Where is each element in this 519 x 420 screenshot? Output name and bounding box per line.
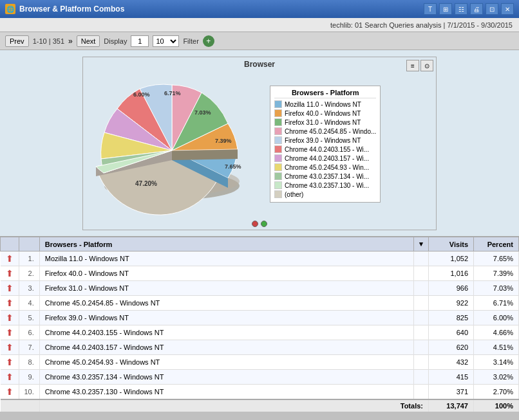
row-icon: ⬆ [1,355,19,370]
chart-inner: 47.20% 7.65% 7.39% 7.03% 6.71% 6.00% Bro… [83,70,436,218]
nav-chevrons: » [68,37,73,46]
chart-title: Browser [83,57,436,70]
row-visits: 1,016 [429,266,474,281]
row-icon: ⬆ [1,281,19,296]
row-percent: 6.00% [474,311,519,325]
row-icon: ⬆ [1,385,19,400]
up-arrow-icon: ⬆ [6,283,14,293]
svg-text:7.03%: 7.03% [194,109,211,116]
row-percent: 2.70% [474,385,519,400]
totals-visits: 13,747 [429,399,474,412]
row-visits: 1,052 [429,251,474,266]
window-title: Browser & Platform Combos [19,5,124,14]
row-number: 10. [19,385,39,400]
up-arrow-icon: ⬆ [6,268,14,278]
row-visits: 620 [429,340,474,355]
row-icon: ⬆ [1,340,19,355]
chart-section: Browser ≡ ⊙ [0,50,519,237]
row-visits: 640 [429,325,474,340]
row-percent: 3.14% [474,355,519,370]
row-percent: 3.02% [474,370,519,385]
window-btn2[interactable]: ⊡ [486,3,498,15]
row-percent: 4.66% [474,325,519,340]
table-row: ⬆ 2. Firefox 40.0 - Windows NT 1,016 7.3… [1,266,519,281]
row-number: 7. [19,340,39,355]
row-visits: 825 [429,311,474,325]
row-name: Chrome 44.0.2403.155 - Windows NT [39,325,413,340]
svg-text:6.71%: 6.71% [164,90,181,96]
filter-label: Filter [183,37,198,45]
legend-item-8: Chrome 45.0.2454.93 - Win... [274,163,376,171]
svg-text:7.39%: 7.39% [215,138,232,144]
col-visits-header: Visits [429,237,474,251]
chart-dots [252,221,267,227]
row-name: Firefox 31.0 - Windows NT [39,281,413,296]
up-arrow-icon: ⬆ [6,327,14,338]
table-body: ⬆ 1. Mozilla 11.0 - Windows NT 1,052 7.6… [1,251,519,400]
col-num-header [19,237,39,251]
page-size-select[interactable]: 10 25 50 100 [153,35,179,47]
row-visits: 432 [429,355,474,370]
row-number: 8. [19,355,39,370]
legend-item-9: Chrome 43.0.2357.134 - Wi... [274,172,376,180]
nav-total: 351 [53,37,64,45]
display-label: Display [104,37,127,45]
info-text: techlib: 01 Search Queries analysis | 7/… [330,21,513,29]
print-btn[interactable]: 🖨 [470,3,483,15]
row-percent: 7.65% [474,251,519,266]
row-icon: ⬆ [1,370,19,385]
export-grid-btn[interactable]: ⊞ [439,3,452,15]
row-name: Firefox 40.0 - Windows NT [39,266,413,281]
table-row: ⬆ 7. Chrome 44.0.2403.157 - Windows NT 6… [1,340,519,355]
legend-item-10: Chrome 43.0.2357.130 - Wi... [274,181,376,189]
table-row: ⬆ 8. Chrome 45.0.2454.93 - Windows NT 43… [1,355,519,370]
prev-button[interactable]: Prev [5,35,29,47]
chart-settings-btn[interactable]: ⊙ [420,60,433,71]
next-button[interactable]: Next [77,35,100,47]
info-bar: techlib: 01 Search Queries analysis | 7/… [0,18,519,32]
row-percent: 6.71% [474,296,519,311]
up-arrow-icon: ⬆ [6,313,14,323]
row-number: 2. [19,266,39,281]
row-icon: ⬆ [1,311,19,325]
row-icon: ⬆ [1,251,19,266]
chart-container: Browser ≡ ⊙ [82,57,437,230]
row-name: Chrome 43.0.2357.134 - Windows NT [39,370,413,385]
row-number: 6. [19,325,39,340]
row-visits: 415 [429,370,474,385]
svg-text:6.00%: 6.00% [133,91,150,98]
col-icon-header [1,237,19,251]
table-row: ⬆ 3. Firefox 31.0 - Windows NT 966 7.03% [1,281,519,296]
title-bar-buttons: T ⊞ ☷ 🖨 ⊡ ✕ [424,3,514,15]
svg-text:7.65%: 7.65% [225,163,241,170]
row-number: 5. [19,311,39,325]
table-row: ⬆ 1. Mozilla 11.0 - Windows NT 1,052 7.6… [1,251,519,266]
row-visits: 966 [429,281,474,296]
row-name: Mozilla 11.0 - Windows NT [39,251,413,266]
legend-item-4: Chrome 45.0.2454.85 - Windo... [274,127,376,135]
data-table: Browsers - Platform ▾ Visits Percent ⬆ 1… [0,237,519,412]
nav-range: 1-10 | 351 [33,37,64,45]
row-percent: 7.39% [474,266,519,281]
export-list-btn[interactable]: ☷ [455,3,467,15]
row-number: 4. [19,296,39,311]
col-sort-header[interactable]: ▾ [414,237,429,251]
up-arrow-icon: ⬆ [6,253,14,264]
up-arrow-icon: ⬆ [6,357,14,367]
row-icon: ⬆ [1,325,19,340]
close-btn[interactable]: ✕ [501,3,514,15]
add-filter-button[interactable]: + [203,35,214,47]
row-visits: 371 [429,385,474,400]
dot-red [252,221,258,227]
display-input[interactable] [131,35,149,47]
row-number: 9. [19,370,39,385]
totals-percent: 100% [474,399,519,412]
row-number: 1. [19,251,39,266]
legend-item-6: Chrome 44.0.2403.155 - Wi... [274,145,376,153]
row-percent: 7.03% [474,281,519,296]
row-icon: ⬆ [1,266,19,281]
export-text-btn[interactable]: T [424,3,437,15]
row-name: Chrome 43.0.2357.130 - Windows NT [39,385,413,400]
chart-table-btn[interactable]: ≡ [406,60,419,71]
table-row: ⬆ 5. Firefox 39.0 - Windows NT 825 6.00% [1,311,519,325]
